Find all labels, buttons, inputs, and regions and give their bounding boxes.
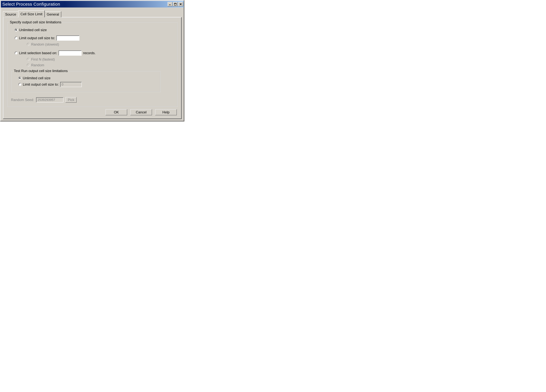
radio-label: First N (fastest) <box>31 57 55 61</box>
tab-general[interactable]: General <box>44 11 61 17</box>
row-random-seed: Random Seed: 2539293957 Pick <box>11 97 174 103</box>
group-test-run-limits: Test Run output cell size limitations Un… <box>11 71 161 92</box>
radio-testrun-unlimited[interactable] <box>19 77 21 80</box>
minimize-button[interactable] <box>168 2 172 6</box>
maximize-icon <box>174 3 177 6</box>
tabpanel-cell-size-limit: Specify output cell size limitations Unl… <box>3 17 182 119</box>
radio-label: Unlimited cell size <box>23 76 51 80</box>
client-area: Source Cell Size Limit General Specify o… <box>1 8 184 121</box>
svg-rect-2 <box>174 3 176 4</box>
row-sub-random-slowest: Random (slowest) <box>27 42 174 46</box>
radio-limit-selection-based-on[interactable] <box>15 51 18 54</box>
tab-cell-size-limit[interactable]: Cell Size Limit <box>18 10 45 17</box>
row-testrun-limit-to: Limit output cell size to: 0 <box>19 82 157 87</box>
row-sub-first-n: First N (fastest) <box>27 57 174 61</box>
minimize-icon <box>169 3 171 6</box>
row-limit-selection-based-on: Limit selection based on: records. <box>15 51 174 56</box>
group-legend: Test Run output cell size limitations <box>13 69 69 73</box>
radio-label: Random <box>31 63 44 67</box>
input-limit-output-size[interactable] <box>56 35 79 41</box>
row-limit-output-to: Limit output cell size to: <box>15 35 174 41</box>
row-sub-random: Random <box>27 63 174 67</box>
radio-label: Limit output cell size to: <box>19 36 55 40</box>
close-icon <box>179 3 182 6</box>
radio-limit-output-cell-size-to[interactable] <box>15 37 18 39</box>
maximize-button[interactable] <box>173 2 178 6</box>
input-limit-selection-records[interactable] <box>58 51 82 56</box>
titlebar: Select Process Configuration <box>1 1 184 7</box>
tab-label: Source <box>5 13 16 16</box>
radio-label: Unlimited cell size <box>19 28 47 32</box>
random-seed-label: Random Seed: <box>11 98 34 102</box>
tab-source[interactable]: Source <box>3 11 19 17</box>
window-title: Select Process Configuration <box>2 2 167 7</box>
records-suffix: records. <box>83 51 96 55</box>
group-output-limits: Specify output cell size limitations Unl… <box>7 22 178 107</box>
tab-label: General <box>47 13 59 16</box>
radio-unlimited-cell-size[interactable] <box>15 29 18 32</box>
radio-random <box>27 64 30 67</box>
group-legend: Specify output cell size limitations <box>9 20 62 24</box>
dialog-footer: OK Cancel Help <box>7 109 178 115</box>
input-random-seed: 2539293957 <box>36 97 64 103</box>
radio-first-n-fastest <box>27 58 30 61</box>
ok-button[interactable]: OK <box>105 109 127 115</box>
tab-label: Cell Size Limit <box>20 12 42 16</box>
radio-random-slowest <box>27 43 30 46</box>
input-testrun-limit-size: 0 <box>60 82 82 87</box>
tabstrip: Source Cell Size Limit General <box>3 10 182 17</box>
cancel-button[interactable]: Cancel <box>130 109 152 115</box>
dialog-window: Select Process Configuration Source Cell… <box>0 0 185 122</box>
close-button[interactable] <box>178 2 183 6</box>
row-unlimited: Unlimited cell size <box>15 28 174 32</box>
radio-label: Random (slowest) <box>31 42 59 46</box>
help-button[interactable]: Help <box>155 109 177 115</box>
pick-button: Pick <box>65 97 77 103</box>
radio-testrun-limit-output-to[interactable] <box>19 83 21 86</box>
radio-label: Limit output cell size to: <box>23 83 59 86</box>
row-testrun-unlimited: Unlimited cell size <box>19 76 157 80</box>
radio-label: Limit selection based on: <box>19 51 57 55</box>
svg-rect-0 <box>169 5 171 5</box>
